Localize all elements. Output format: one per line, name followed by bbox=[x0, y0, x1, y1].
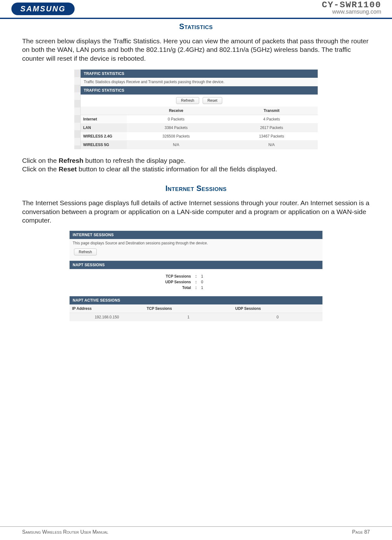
cell-transmit: 13467 Packets bbox=[225, 132, 318, 140]
traffic-stats-button-bar: Refresh Reset bbox=[81, 95, 318, 107]
row-label: LAN bbox=[81, 123, 127, 132]
cell-udp: 0 bbox=[233, 313, 322, 322]
cell-receive: N/A bbox=[127, 140, 225, 149]
model-block: CY-SWR1100 www.samsung.com bbox=[322, 0, 381, 15]
col-ip: IP Address bbox=[70, 304, 144, 313]
col-transmit: Transmit bbox=[225, 107, 318, 115]
table-row: 192.168.0.150 1 0 bbox=[70, 313, 322, 322]
udp-sessions-value: 0 bbox=[199, 280, 322, 284]
statistics-hint-reset: Click on the Reset button to clear all t… bbox=[22, 165, 370, 173]
footer-left: Samsung Wireless Router User Manual bbox=[22, 529, 108, 535]
table-row: LAN 3384 Packets 2617 Packets bbox=[81, 123, 318, 132]
section-title-sessions: Internet Sessions bbox=[22, 184, 370, 193]
col-udp: UDP Sessions bbox=[233, 304, 322, 313]
traffic-statistics-panel: TRAFFIC STATISTICS Traffic Statistics di… bbox=[74, 70, 318, 149]
page-footer: Samsung Wireless Router User Manual Page… bbox=[0, 526, 392, 535]
table-row: Internet 0 Packets 4 Packets bbox=[81, 115, 318, 123]
row-label: WIRELESS 2.4G bbox=[81, 132, 127, 140]
sessions-note: This page displays Source and Destinatio… bbox=[70, 239, 322, 247]
cell-transmit: N/A bbox=[225, 140, 318, 149]
section-title-statistics: Statistics bbox=[22, 22, 370, 31]
manual-page: SAMSUNG CY-SWR1100 www.samsung.com Stati… bbox=[0, 0, 392, 540]
row-label: WIRELESS 5G bbox=[81, 140, 127, 149]
total-sessions-label: Total bbox=[70, 285, 193, 290]
page-content: Statistics The screen below displays the… bbox=[0, 19, 392, 321]
reset-button[interactable]: Reset bbox=[203, 97, 222, 104]
page-header: SAMSUNG CY-SWR1100 www.samsung.com bbox=[0, 0, 392, 19]
tcp-sessions-label: TCP Sessions bbox=[70, 274, 193, 279]
samsung-logo: SAMSUNG bbox=[11, 3, 75, 15]
total-sessions-value: 1 bbox=[199, 285, 322, 290]
sessions-intro: The Internet Sessions page displays full… bbox=[22, 199, 370, 224]
cell-receive: 0 Packets bbox=[127, 115, 225, 123]
cell-transmit: 4 Packets bbox=[225, 115, 318, 123]
internet-sessions-panel: INTERNET SESSIONS This page displays Sou… bbox=[70, 231, 322, 321]
cell-ip: 192.168.0.150 bbox=[70, 313, 144, 322]
cell-tcp: 1 bbox=[144, 313, 233, 322]
footer-right: Page 87 bbox=[352, 529, 370, 535]
traffic-stats-header-1: TRAFFIC STATISTICS bbox=[81, 70, 318, 78]
traffic-stats-table: Receive Transmit Internet 0 Packets 4 Pa… bbox=[81, 107, 318, 149]
refresh-button[interactable]: Refresh bbox=[74, 249, 97, 255]
udp-sessions-label: UDP Sessions bbox=[70, 280, 193, 284]
refresh-button[interactable]: Refresh bbox=[176, 97, 199, 104]
row-label: Internet bbox=[81, 115, 127, 123]
table-row: WIRELESS 5G N/A N/A bbox=[81, 140, 318, 149]
side-gutter bbox=[74, 70, 81, 149]
napt-summary: TCP Sessions : 1 UDP Sessions : 0 Total … bbox=[70, 269, 322, 296]
napt-sessions-header: NAPT SESSIONS bbox=[70, 261, 322, 269]
cell-receive: 326508 Packets bbox=[127, 132, 225, 140]
cell-receive: 3384 Packets bbox=[127, 123, 225, 132]
traffic-stats-note: Traffic Statistics displays Receive and … bbox=[81, 78, 318, 86]
napt-active-table: IP Address TCP Sessions UDP Sessions 192… bbox=[70, 304, 322, 321]
col-receive: Receive bbox=[127, 107, 225, 115]
napt-active-header: NAPT ACTIVE SESSIONS bbox=[70, 296, 322, 304]
table-row: WIRELESS 2.4G 326508 Packets 13467 Packe… bbox=[81, 132, 318, 140]
statistics-hint-refresh: Click on the Refresh button to refresh t… bbox=[22, 156, 370, 165]
traffic-stats-header-2: TRAFFIC STATISTICS bbox=[81, 86, 318, 95]
statistics-intro: The screen below displays the Traffic St… bbox=[22, 37, 370, 63]
cell-transmit: 2617 Packets bbox=[225, 123, 318, 132]
sessions-header: INTERNET SESSIONS bbox=[70, 231, 322, 239]
col-tcp: TCP Sessions bbox=[144, 304, 233, 313]
tcp-sessions-value: 1 bbox=[199, 274, 322, 279]
